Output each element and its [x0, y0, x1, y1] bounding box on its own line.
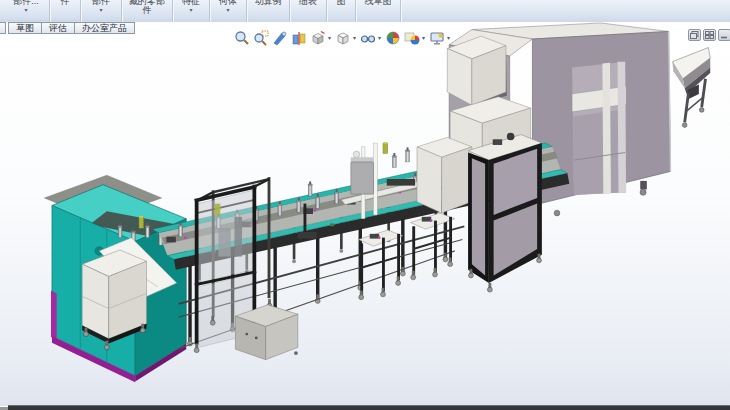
- chevron-down-icon[interactable]: ▾: [99, 7, 102, 14]
- ribbon-separator: [49, 0, 50, 23]
- ribbon-button-move-component[interactable]: 部件 ▾: [84, 0, 118, 14]
- ribbon-separator: [172, 0, 173, 23]
- display-style-icon[interactable]: [334, 29, 351, 46]
- minimize-window-icon[interactable]: [718, 29, 730, 41]
- chevron-down-icon[interactable]: ▾: [189, 7, 192, 14]
- previous-view-icon[interactable]: [271, 29, 288, 46]
- document-window-controls: [688, 29, 730, 41]
- ribbon-separator: [326, 0, 327, 23]
- chevron-down-icon[interactable]: ▾: [447, 34, 450, 41]
- chevron-down-icon[interactable]: ▾: [328, 34, 331, 41]
- ribbon-button-assembly-features[interactable]: 特征 ▾: [176, 0, 206, 14]
- view-settings-icon[interactable]: [428, 29, 445, 46]
- ribbon-separator: [400, 0, 401, 23]
- tile-windows-icon[interactable]: [703, 29, 716, 41]
- tab-evaluate[interactable]: 评估: [41, 22, 75, 34]
- heads-up-view-toolbar: ▾ ▾ ▾ ▾ ▾: [233, 29, 451, 46]
- apply-scene-icon[interactable]: [403, 29, 420, 46]
- ribbon-separator: [355, 0, 356, 23]
- taskbar-edge[interactable]: [8, 405, 730, 410]
- ribbon-button-explode-line-sketch[interactable]: 线草图: [359, 0, 397, 6]
- tab-partial[interactable]: [0, 22, 6, 34]
- zoom-to-area-icon[interactable]: [252, 29, 269, 46]
- gray-junction-box[interactable]: [235, 305, 297, 360]
- chevron-down-icon[interactable]: ▾: [378, 34, 381, 41]
- ribbon-separator: [209, 0, 210, 23]
- command-manager-tabs: 草图 评估 办公室产品: [0, 22, 134, 34]
- outfeed-conveyor[interactable]: [672, 48, 710, 128]
- section-view-icon[interactable]: [290, 29, 307, 46]
- tab-office-products[interactable]: 办公室产品: [74, 22, 135, 34]
- edit-appearance-icon[interactable]: [384, 29, 401, 46]
- hide-show-items-icon[interactable]: [359, 29, 376, 46]
- ribbon-button-reference-geometry[interactable]: 何体 ▾: [213, 0, 243, 14]
- chevron-down-icon[interactable]: ▾: [226, 7, 229, 14]
- restore-window-icon[interactable]: [688, 29, 701, 41]
- chevron-down-icon[interactable]: ▾: [24, 7, 27, 14]
- ribbon-bar: 部件... ▾ 件 部件 ▾ 藏的零部件 特征 ▾ 何体: [0, 0, 730, 23]
- ribbon-button-show-hidden-components[interactable]: 藏的零部件: [125, 0, 169, 15]
- chevron-down-icon[interactable]: ▾: [422, 34, 425, 41]
- solidworks-window: 部件... ▾ 件 部件 ▾ 藏的零部件 特征 ▾ 何体: [0, 0, 730, 410]
- ribbon-separator: [246, 0, 247, 23]
- ribbon-separator: [289, 0, 290, 23]
- zoom-to-fit-icon[interactable]: [233, 29, 250, 46]
- ribbon-separator: [80, 0, 81, 23]
- model-canvas[interactable]: [0, 22, 730, 406]
- view-orientation-icon[interactable]: [309, 29, 326, 46]
- ribbon-button-motion-study[interactable]: 动算例: [250, 0, 286, 6]
- ribbon-button-exploded-view[interactable]: 图: [330, 0, 352, 6]
- ribbon-separator: [121, 0, 122, 23]
- ribbon-button-insert-component[interactable]: 部件... ▾: [6, 0, 46, 14]
- dark-framed-cabinet[interactable]: [468, 133, 542, 292]
- chevron-down-icon[interactable]: ▾: [353, 34, 356, 41]
- graphics-viewport[interactable]: ▾ ▾ ▾ ▾ ▾: [0, 22, 730, 406]
- tab-sketch[interactable]: 草图: [8, 22, 42, 34]
- ribbon-button-bill-of-materials[interactable]: 细表: [293, 0, 323, 6]
- ribbon-button-mate[interactable]: 件: [53, 0, 77, 6]
